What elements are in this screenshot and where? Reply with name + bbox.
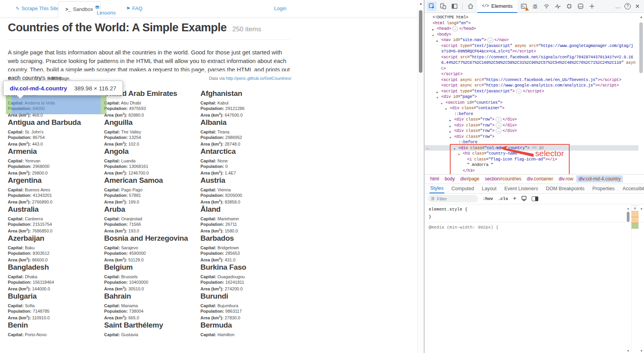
breadcrumb-item[interactable]: div.container [525, 175, 556, 182]
breadcrumb: htmlbodydiv#pagesection#countriesdiv.con… [425, 174, 644, 184]
dom-tree-line[interactable]: <html lang="en"> [425, 20, 644, 26]
nav-brand-link[interactable]: ✎Scrape This Site [16, 5, 59, 11]
dom-tree-line[interactable]: ::before [425, 139, 644, 145]
sidebar-tab-dom-breakpoints[interactable]: DOM Breakpoints [545, 184, 585, 193]
element-style-open[interactable]: element.style { [429, 206, 644, 213]
ellipsis-expand-button[interactable]: … [496, 123, 501, 128]
nav-link-login[interactable]: Login [274, 5, 287, 11]
issues-bug-icon[interactable] [530, 2, 540, 11]
dom-tree-line[interactable]: ▼<body> [425, 32, 644, 38]
nav-tab-sandbox[interactable]: >_Sandbox [58, 1, 101, 18]
tooltip-dimensions: 389.98 × 116.27 [74, 85, 116, 92]
device-emulation-icon[interactable] [438, 2, 448, 11]
dom-tree-line[interactable]: " Andorra " [425, 162, 644, 168]
dom-tree-line[interactable]: ▶<div class="row">…</div> [425, 117, 644, 122]
add-tab-icon[interactable] [587, 2, 597, 11]
application-storage-icon[interactable] [576, 2, 585, 11]
network-wifi-icon[interactable] [542, 2, 551, 11]
style-filter-input[interactable]: ☰ Filter [428, 195, 478, 202]
dom-tree-line[interactable]: ▼<h3 class="country-name"> [425, 151, 644, 157]
tab-elements[interactable]: </> Elements [477, 0, 517, 13]
dom-tree-line[interactable]: ▼<div id="page"> [425, 94, 644, 100]
console-icon[interactable] [519, 2, 529, 11]
ellipsis-expand-button[interactable]: … [496, 128, 501, 133]
ellipsis-expand-button[interactable]: … [452, 26, 458, 31]
dom-tree-line[interactable]: ▼<div class="col-md-4 country"> == $0… [425, 145, 644, 151]
inspect-tooltip: div.col-md-4.country 389.98 × 116.27 [3, 81, 123, 95]
scrollbar-thumb[interactable] [419, 10, 422, 73]
close-devtools-icon[interactable]: ✕ [633, 3, 642, 9]
dom-tree-line[interactable]: <!DOCTYPE html> [425, 14, 644, 20]
breadcrumb-item[interactable]: div.col-md-4.country [576, 175, 623, 182]
style-rules[interactable]: element.style { } @media (min-width: 992… [425, 204, 644, 231]
nav-link-faq[interactable]: ⚑FAQ [126, 5, 143, 11]
data-source-link[interactable]: http://peric.github.io/GetCountries/ [226, 76, 291, 81]
sidebar-tab-computed[interactable]: Computed [451, 184, 475, 193]
country-info: Capital: Buenos AiresPopulation: 4134320… [8, 187, 104, 205]
ellipsis-expand-button[interactable]: … [516, 89, 522, 94]
rendering-brush-icon[interactable] [521, 196, 527, 202]
country-info: Capital: OranjestadPopulation: 71566Area… [104, 216, 200, 234]
scroll-up-arrow[interactable]: ▲ [640, 15, 643, 19]
country-card: BarbadosCapital: BridgetownPopulation: 2… [200, 234, 297, 263]
dom-tree-line[interactable]: ▶<script type="text/javascript">…</scrip… [425, 88, 644, 94]
dom-tree-line[interactable]: ▶<head>…</head> [425, 26, 644, 32]
sidebar-tab-styles[interactable]: Styles [429, 184, 444, 193]
inspect-element-icon[interactable] [427, 2, 437, 11]
help-icon[interactable]: ? [624, 3, 631, 9]
gutter-more-icon[interactable]: … [426, 145, 429, 151]
dom-tree-line[interactable]: ▼<div class="country-info"> [425, 173, 644, 174]
more-options-icon[interactable]: … [613, 3, 622, 9]
country-name: Armenia [8, 147, 104, 156]
dom-tree-line[interactable]: ▼<section id="countries"> [425, 100, 644, 106]
breadcrumb-item[interactable]: div#page [458, 175, 482, 182]
ellipsis-expand-button[interactable]: … [487, 38, 493, 43]
styles-scrollbar[interactable]: ▲▼ [626, 206, 631, 353]
breadcrumb-item[interactable]: div.row [556, 175, 575, 182]
tree-scrollbar[interactable]: ▲ [639, 13, 644, 174]
sidebar-tab-layout[interactable]: Layout [481, 184, 498, 193]
countries-grid: AndorraCapital: Andorra la VellaPopulati… [8, 89, 298, 350]
dom-tree-line[interactable]: ▶<div class="row">…</div> [425, 128, 644, 134]
scroll-up-arrow[interactable]: ▲ [419, 2, 422, 5]
sidebar-tab-event-listeners[interactable]: Event Listeners [503, 184, 539, 193]
outer-scrollbar[interactable]: ▲▼ [639, 206, 644, 353]
dom-tree-line[interactable]: <script async src="https://connect.faceb… [425, 77, 644, 83]
country-name: Bulgaria [8, 292, 104, 301]
dom-tree-line[interactable]: ▶<div class="row">…</div> [425, 122, 644, 128]
dom-tree-line[interactable]: ▶<nav id="site-nav">…</nav> [425, 37, 644, 43]
dom-tree-line[interactable]: <script src="https://connect.facebook.ne… [425, 54, 644, 72]
country-name: Åland [200, 205, 297, 214]
dom-tree-line[interactable]: </h3> [425, 168, 644, 174]
country-card: ArubaCapital: OranjestadPopulation: 7156… [104, 205, 200, 234]
nav-link-lessons[interactable]: Lessons [95, 5, 115, 16]
sidebar-tab-properties[interactable]: Properties [592, 184, 615, 193]
dom-tree-line[interactable]: <script type="text/javascript" async src… [425, 43, 644, 54]
breadcrumb-item[interactable]: section#countries [482, 175, 523, 182]
ellipsis-expand-button[interactable]: … [496, 117, 501, 122]
new-style-rule-button[interactable]: + [513, 195, 517, 202]
dock-layout-icon[interactable] [450, 2, 459, 11]
breadcrumb-item[interactable]: html [428, 175, 442, 182]
hint-fragment: that [36, 76, 43, 81]
scrollbar-thumb[interactable] [639, 22, 643, 73]
welcome-home-icon[interactable] [466, 2, 475, 11]
sidebar-tab-accessibility[interactable]: Accessibility [622, 184, 644, 193]
country-info: Capital: Andorra la VellaPopulation: 840… [8, 101, 104, 118]
country-card: AlbaniaCapital: TiranaPopulation: 298695… [200, 118, 297, 147]
dom-tree-line[interactable]: <i class="flag-icon flag-icon-ad"></i> [425, 157, 644, 162]
dom-tree-line[interactable]: ▼<div class="container"> [425, 105, 644, 111]
class-toggle-button[interactable]: .cls [498, 196, 508, 201]
dom-tree-line[interactable]: <script async src="https://www.google-an… [425, 83, 644, 88]
divider [8, 71, 290, 72]
hint-fragment: Th [14, 76, 19, 81]
computed-panel-toggle-icon[interactable] [532, 196, 538, 201]
dom-tree-line[interactable]: </script> [425, 71, 644, 77]
dom-tree-line[interactable]: ::before [425, 111, 644, 117]
hover-state-button[interactable]: :hov [483, 196, 493, 201]
performance-icon[interactable] [553, 2, 563, 11]
memory-chip-icon[interactable] [565, 2, 574, 11]
breadcrumb-item[interactable]: body [442, 175, 457, 182]
dom-tree-line[interactable]: ▼<div class="row"> [425, 134, 644, 140]
page-scrollbar[interactable]: ▲ [417, 0, 424, 353]
